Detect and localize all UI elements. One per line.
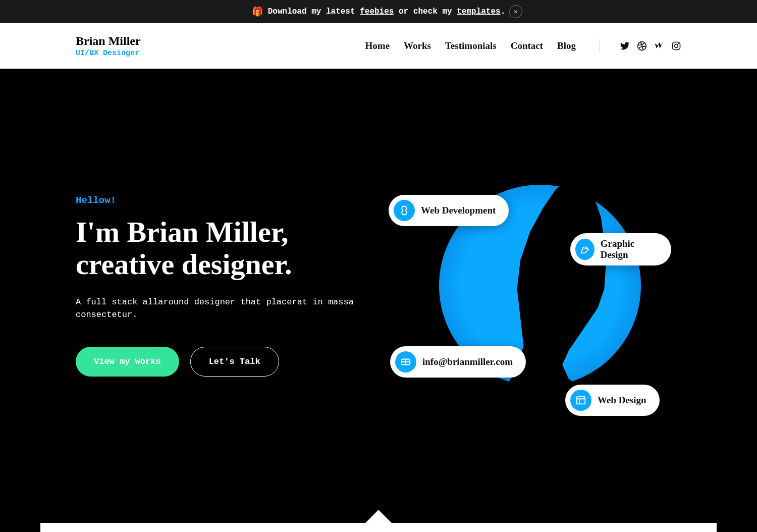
nav-link-works[interactable]: Works <box>404 40 431 51</box>
nav-link-blog[interactable]: Blog <box>557 40 576 51</box>
next-section-peek <box>40 523 717 532</box>
gift-icon: 🎁 <box>252 6 263 17</box>
view-works-button[interactable]: View my Works <box>76 347 179 377</box>
svg-point-2 <box>675 44 678 48</box>
banner-link-freebies[interactable]: feebies <box>360 7 394 16</box>
brand-role: UI/UX Desinger <box>76 49 141 58</box>
nav-divider <box>599 39 600 53</box>
instagram-icon[interactable] <box>671 41 681 51</box>
hero-graphic: Web Development Graphic Design info@bria… <box>389 134 671 437</box>
hero-greeting: Hellow! <box>76 195 358 206</box>
main-nav: Home Works Testimonials Contact Blog <box>365 39 681 53</box>
hero-text: Hellow! I'm Brian Miller, creative desig… <box>76 195 358 377</box>
chip-label: Graphic Design <box>601 238 658 260</box>
chip-web-development: Web Development <box>389 195 509 226</box>
twitter-icon[interactable] <box>620 41 630 51</box>
hero-buttons: View my Works Let's Talk <box>76 347 358 377</box>
code-icon <box>394 200 415 221</box>
site-header: Brian Miller UI/UX Desinger Home Works T… <box>0 23 757 69</box>
brand[interactable]: Brian Miller UI/UX Desinger <box>76 34 141 58</box>
chip-label: info@brianmiller.com <box>422 356 513 367</box>
nav-link-home[interactable]: Home <box>365 40 390 51</box>
mail-icon <box>395 351 416 373</box>
hero-title: I'm Brian Miller, creative designer. <box>76 216 358 281</box>
brand-name: Brian Miller <box>76 34 141 48</box>
nav-link-contact[interactable]: Contact <box>511 40 543 51</box>
banner-text-suffix: . <box>501 7 506 16</box>
chip-label: Web Development <box>421 205 496 216</box>
social-links <box>620 41 681 51</box>
hero-title-line2: creative designer. <box>76 248 292 281</box>
hero-section: Hellow! I'm Brian Miller, creative desig… <box>0 69 757 523</box>
svg-point-3 <box>678 43 679 44</box>
hero-subtitle: A full stack allaround designer that pla… <box>76 296 358 322</box>
hero-title-line1: I'm Brian Miller, <box>76 216 289 248</box>
chip-graphic-design: Graphic Design <box>570 233 671 265</box>
lets-talk-button[interactable]: Let's Talk <box>190 347 279 377</box>
banner-link-templates[interactable]: templates <box>457 7 500 16</box>
nav-link-testimonials[interactable]: Testimonials <box>445 40 497 51</box>
chip-email[interactable]: info@brianmiller.com <box>390 346 526 378</box>
close-banner-button[interactable]: ✕ <box>509 5 522 18</box>
dribbble-icon[interactable] <box>637 41 647 51</box>
chip-web-design: Web Design <box>565 385 660 416</box>
layout-icon <box>570 390 591 411</box>
webflow-icon[interactable] <box>654 41 664 51</box>
pen-icon <box>575 239 594 260</box>
banner-text-prefix: Download my latest <box>268 7 360 16</box>
chip-label: Web Design <box>598 395 646 406</box>
banner-text-mid: or check my <box>394 7 457 16</box>
promo-banner: 🎁 Download my latest feebies or check my… <box>0 0 757 23</box>
svg-rect-5 <box>577 397 585 404</box>
close-icon: ✕ <box>514 8 518 16</box>
